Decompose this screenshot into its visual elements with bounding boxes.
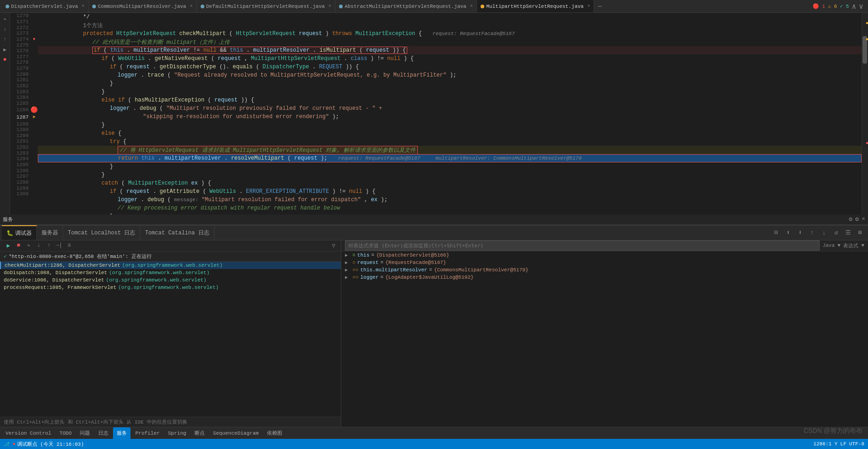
- ftab-log[interactable]: 日志: [95, 427, 112, 439]
- gutter-1300: 1300: [10, 191, 38, 197]
- down-icon-btn[interactable]: ⬇: [795, 227, 805, 238]
- close-btn-4[interactable]: ×: [470, 4, 473, 9]
- close-btn-3[interactable]: ×: [328, 4, 331, 9]
- ftab-dependency-graph[interactable]: 依赖图: [263, 427, 286, 439]
- ftab-spring[interactable]: Spring: [164, 427, 190, 439]
- var-item-2[interactable]: ▶ ○○ this.multipartResolver = {CommonsMu…: [341, 266, 868, 274]
- frame-class-2: (org.springframework.web.servlet): [106, 277, 207, 283]
- service-label-bar: 服务 ⚙ ⚙ ×: [0, 215, 868, 225]
- gutter-1295: 1295: [10, 162, 38, 168]
- lang-dropdown-icon[interactable]: ▼: [838, 243, 841, 248]
- gutter-1296: 1296: [10, 168, 38, 174]
- lang-label: Java: [820, 243, 837, 248]
- gutter-1284: 1284: [10, 95, 38, 101]
- close-btn-5[interactable]: ×: [587, 4, 590, 9]
- tab-bar: DispatcherServlet.java × CommonsMultipar…: [0, 0, 868, 13]
- scrollbar-thumb[interactable]: [862, 36, 867, 64]
- ftab-version-control[interactable]: Version Control: [2, 427, 55, 439]
- ftab-sequence-diagram[interactable]: SequenceDiagram: [209, 427, 262, 439]
- tab-dot-3: [201, 5, 204, 8]
- var-name-3: logger: [360, 275, 379, 280]
- btab-tomcat-localhost[interactable]: Tomcat Localhost 日志: [63, 225, 140, 240]
- lf-label: LF: [840, 441, 846, 447]
- run-cursor-btn[interactable]: →|: [54, 241, 64, 250]
- ftab-label-5: Profiler: [135, 431, 160, 436]
- settings-icon[interactable]: ⚙: [849, 216, 853, 223]
- step-out-icon[interactable]: ↑: [1, 35, 9, 43]
- filter-icon-btn[interactable]: ⊟: [771, 227, 781, 238]
- ftab-issues[interactable]: 问题: [76, 427, 94, 439]
- ftab-todo[interactable]: TODO: [56, 427, 75, 439]
- frame-item-0[interactable]: checkMultipart:1286, DispatcherServlet (…: [0, 262, 341, 269]
- right-scrollbar[interactable]: [862, 13, 868, 215]
- close-service-icon[interactable]: ×: [862, 216, 865, 223]
- frame-item-1[interactable]: doDispatch:1088, DispatcherServlet (org.…: [0, 269, 341, 276]
- ftab-service[interactable]: 服务: [113, 427, 131, 439]
- vars-panel[interactable]: ▶ ≡ this = {DispatcherServlet@5166} ▶ ○ …: [341, 251, 868, 427]
- right-panel-header: Java ▼ 表达式 ▼: [341, 240, 868, 251]
- frame-class-3: (org.springframework.web.servlet): [118, 285, 219, 290]
- resume-debug-btn[interactable]: ▶: [4, 241, 13, 250]
- gutter-1273: 1273: [10, 30, 38, 36]
- ok-badge: ✓ 5: [840, 3, 849, 9]
- var-item-3[interactable]: ▶ ○○ logger = {LogAdapter$JavaUtilLog@51…: [341, 274, 868, 281]
- thread-status-text: *http-nio-8080-exec-8*@2,658 在结'main': 正…: [9, 253, 152, 260]
- code-line-1277: logger . trace ( "Request already resolv…: [38, 71, 862, 79]
- step-down-icon-btn[interactable]: ↓: [819, 227, 829, 238]
- more-tabs-btn[interactable]: ⋯: [594, 2, 605, 10]
- close-btn-2[interactable]: ×: [190, 4, 193, 9]
- close-btn-1[interactable]: ×: [82, 4, 84, 9]
- btab-tomcat-catalina[interactable]: Tomcat Catalina 日志: [140, 225, 214, 240]
- step-over-debug-btn[interactable]: ↷: [24, 241, 33, 250]
- code-editor[interactable]: */ 1个方法 protected HttpServletRequest che…: [38, 13, 862, 215]
- step-into-icon[interactable]: ↓: [1, 25, 9, 33]
- btab-server[interactable]: 服务器: [37, 225, 63, 240]
- list-icon-btn[interactable]: ☰: [843, 227, 853, 238]
- tab-dispatcher-servlet[interactable]: DispatcherServlet.java ×: [2, 0, 89, 13]
- thread-filter-icon[interactable]: ▽: [330, 241, 337, 250]
- tab-label-4: AbstractMultipartHttpServletRequest.java: [345, 4, 466, 9]
- code-line-1289: }: [38, 171, 862, 179]
- btab-debugger[interactable]: 🐛 调试器: [2, 225, 37, 240]
- error-marker-3: [866, 142, 868, 144]
- debugger-icon: 🐛: [6, 230, 13, 237]
- frame-list[interactable]: checkMultipart:1286, DispatcherServlet (…: [0, 262, 341, 417]
- tab-commons-resolver[interactable]: CommonsMultipartResolver.java ×: [89, 0, 196, 13]
- refresh-icon-btn[interactable]: ↺: [831, 227, 841, 238]
- frame-item-2[interactable]: doService:1006, DispatcherServlet (org.s…: [0, 276, 341, 284]
- step-into-debug-btn[interactable]: ↓: [34, 241, 43, 250]
- var-item-1[interactable]: ▶ ○ request = {RequestFacade@5167}: [341, 259, 868, 266]
- ftab-label-6: Spring: [168, 431, 186, 436]
- tab-multipart-request[interactable]: MultipartHttpServletRequest.java ×: [477, 0, 594, 13]
- eval-expr-btn[interactable]: ≡: [65, 241, 74, 250]
- step-over-icon[interactable]: ↷: [1, 15, 9, 23]
- tab-dot-1: [6, 5, 9, 8]
- tab-abstract-multipart[interactable]: AbstractMultipartHttpServletRequest.java…: [335, 0, 477, 13]
- tab-default-multipart[interactable]: DefaultMultipartHttpServletRequest.java …: [197, 0, 335, 13]
- up-icon-btn[interactable]: ⬆: [783, 227, 793, 238]
- expression-input[interactable]: [345, 240, 820, 251]
- ftab-profiler[interactable]: Profiler: [131, 427, 163, 439]
- expand-btn[interactable]: ∧: [852, 2, 856, 11]
- grid-icon-btn[interactable]: ⊞: [855, 227, 865, 238]
- step-out-debug-btn[interactable]: ↑: [44, 241, 54, 250]
- code-line-1291: if ( request . getAttribute ( WebUtils .…: [38, 187, 862, 196]
- var-item-0[interactable]: ▶ ≡ this = {DispatcherServlet@5166}: [341, 251, 868, 259]
- gutter-1298: 1298: [10, 180, 38, 186]
- frame-item-3[interactable]: processRequest:1085, FrameworkServlet (o…: [0, 284, 341, 291]
- ftab-breakpoints[interactable]: 断点: [191, 427, 208, 439]
- gutter-1286: 1286🔴: [10, 106, 38, 114]
- btab-debugger-label: 调试器: [15, 229, 32, 237]
- bp-status-icon: ●: [12, 441, 16, 447]
- step-up-icon-btn[interactable]: ↑: [807, 227, 817, 238]
- stop-icon[interactable]: ■: [1, 55, 9, 64]
- expr-dropdown-icon[interactable]: ▼: [861, 243, 864, 248]
- resume-icon[interactable]: ▶: [1, 45, 9, 54]
- gutter-1274: 1274●: [10, 36, 38, 42]
- collapse-btn[interactable]: ∨: [859, 2, 863, 11]
- frame-method-1: doDispatch:1088, DispatcherServlet: [4, 270, 107, 275]
- stop-debug-btn[interactable]: ■: [14, 241, 23, 250]
- gear2-icon[interactable]: ⚙: [855, 216, 859, 223]
- gutter-1287: 1287➤: [10, 114, 38, 121]
- code-line-1285: try {: [38, 138, 862, 146]
